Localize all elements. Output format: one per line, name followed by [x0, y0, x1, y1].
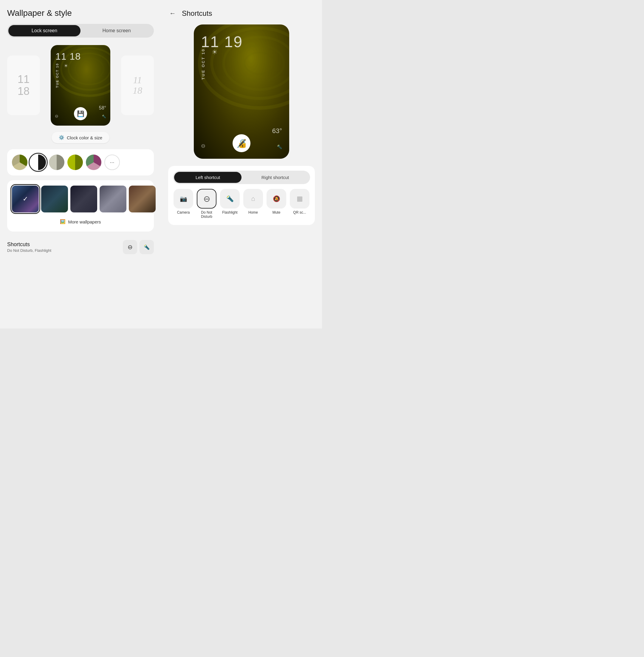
- shortcut-option-home[interactable]: ⌂ Home: [243, 189, 263, 219]
- home-shortcut-icon: ⌂: [243, 189, 263, 209]
- shortcut-option-mute[interactable]: 🔕 Mute: [266, 189, 287, 219]
- svg-point-8: [245, 52, 274, 74]
- qr-shortcut-icon: ▦: [290, 189, 309, 209]
- camera-shortcut-icon: 📷: [174, 189, 193, 209]
- gallery-icon: 🖼️: [60, 219, 66, 224]
- large-phone-shortcut-right: 🔦: [277, 145, 282, 149]
- tab-left-shortcut[interactable]: Left shortcut: [174, 172, 242, 183]
- shortcut-options-row: 📷 Camera ⊖ Do Not Disturb 🔦 Flashlight ⌂…: [173, 189, 310, 220]
- back-button[interactable]: ←: [168, 8, 177, 19]
- fingerprint-icon: 💾: [74, 107, 87, 120]
- shortcuts-section: Shortcuts Do Not Disturb, Flashlight ⊖ 🔦: [7, 238, 154, 257]
- flashlight-shortcut-icon: 🔦: [220, 189, 240, 209]
- more-wallpapers-button[interactable]: 🖼️ More wallpapers: [12, 217, 149, 226]
- flashlight-shortcut-label: Flashlight: [222, 210, 237, 215]
- wallpaper-thumb-5[interactable]: [129, 185, 156, 213]
- wallpaper-thumb-1[interactable]: ✓: [12, 185, 39, 213]
- wallpaper-thumb-row: ✓: [12, 185, 149, 213]
- clock-style-right[interactable]: 1118: [121, 56, 154, 115]
- tab-home-screen[interactable]: Home screen: [80, 25, 153, 37]
- selected-check-icon: ✓: [23, 195, 28, 203]
- camera-shortcut-label: Camera: [177, 210, 190, 215]
- clock-settings-label: Clock color & size: [67, 135, 102, 140]
- shortcut-selector-card: Left shortcut Right shortcut 📷 Camera ⊖ …: [168, 166, 315, 225]
- clock-style-left[interactable]: 1118: [7, 56, 40, 115]
- more-wallpapers-label: More wallpapers: [68, 219, 101, 224]
- tab-right-shortcut[interactable]: Right shortcut: [242, 172, 309, 183]
- lock-home-tab-row: Lock screen Home screen: [7, 24, 154, 38]
- tab-lock-screen[interactable]: Lock screen: [8, 25, 80, 37]
- large-phone-time: 11 19: [201, 33, 243, 51]
- shortcut-option-do-not-disturb[interactable]: ⊖ Do Not Disturb: [196, 189, 217, 219]
- large-phone-fingerprint-icon: 🔏: [233, 134, 250, 152]
- shortcuts-subtitle: Do Not Disturb, Flashlight: [7, 248, 51, 253]
- wallpaper-thumb-2[interactable]: [41, 185, 68, 213]
- swatch-3[interactable]: [49, 155, 64, 170]
- do-not-disturb-shortcut-label: Do Not Disturb: [196, 210, 217, 219]
- phone-mockup-main: 11 18 TUE OCT 10 ☀ 58° 💾 ⊖ 🔦: [51, 45, 110, 126]
- mute-shortcut-label: Mute: [273, 210, 280, 215]
- right-header: ← Shortcuts: [168, 8, 315, 19]
- large-phone-shortcut-left: ⊖: [201, 143, 205, 149]
- svg-point-7: [235, 45, 284, 81]
- wallpaper-preview-area: 1118 11 18 TUE OCT 10 ☀ 58° 💾 ⊖ 🔦: [7, 44, 154, 127]
- clock-color-size-button[interactable]: ⚙️ Clock color & size: [51, 132, 110, 143]
- shortcuts-text-area: Shortcuts Do Not Disturb, Flashlight: [7, 241, 51, 253]
- right-title: Shortcuts: [182, 9, 212, 18]
- phone-shortcut-left-icon: ⊖: [55, 114, 59, 118]
- wallpaper-thumbs-card: ✓ 🖼️ More wallpapers: [7, 180, 154, 232]
- wallpaper-thumb-4[interactable]: [99, 185, 127, 213]
- shortcuts-title: Shortcuts: [7, 241, 51, 248]
- gear-icon: ⚙️: [59, 135, 64, 140]
- large-phone-weather-icon: ☀: [212, 48, 217, 56]
- swatch-2[interactable]: [30, 155, 46, 170]
- swatch-5[interactable]: [86, 155, 101, 170]
- phone-wallpaper: 11 18 TUE OCT 10 ☀ 58° 💾 ⊖ 🔦: [51, 45, 110, 126]
- large-phone-temp: 63°: [272, 127, 282, 135]
- side-clock-right-text: 1118: [133, 75, 142, 96]
- mute-shortcut-icon: 🔕: [267, 189, 286, 209]
- shortcut-option-camera[interactable]: 📷 Camera: [173, 189, 194, 219]
- page-title: Wallpaper & style: [7, 8, 154, 18]
- right-panel: ← Shortcuts 11 19 TUE OCT 10 ☀ 63° 🔏 ⊖ 🔦: [161, 0, 322, 328]
- phone-time: 11 18: [55, 51, 81, 62]
- do-not-disturb-shortcut-icon: ⊖: [197, 189, 216, 209]
- flashlight-shortcut-button[interactable]: 🔦: [140, 240, 154, 254]
- shortcut-tab-row: Left shortcut Right shortcut: [173, 171, 310, 184]
- large-phone-wallpaper: 11 19 TUE OCT 10 ☀ 63° 🔏 ⊖ 🔦: [194, 24, 289, 159]
- shortcut-option-flashlight[interactable]: 🔦 Flashlight: [220, 189, 240, 219]
- phone-temp: 58°: [99, 105, 106, 111]
- shortcut-option-qr[interactable]: ▦ QR sc...: [289, 189, 310, 219]
- swatch-4[interactable]: [67, 155, 83, 170]
- left-panel: Wallpaper & style Lock screen Home scree…: [0, 0, 161, 328]
- more-swatches-button[interactable]: ···: [105, 155, 120, 170]
- qr-shortcut-label: QR sc...: [293, 210, 306, 215]
- large-phone-date: TUE OCT 10: [201, 48, 205, 80]
- large-phone-mockup: 11 19 TUE OCT 10 ☀ 63° 🔏 ⊖ 🔦: [194, 24, 289, 159]
- swatch-1[interactable]: [12, 155, 27, 170]
- wallpaper-thumb-3[interactable]: [70, 185, 97, 213]
- phone-date: TUE OCT 10: [55, 63, 59, 88]
- color-swatches-card: ···: [7, 149, 154, 175]
- side-clock-left-text: 1118: [18, 73, 29, 97]
- phone-shortcut-right-icon: 🔦: [102, 114, 106, 118]
- do-not-disturb-shortcut-button[interactable]: ⊖: [123, 240, 137, 254]
- shortcuts-icons-area: ⊖ 🔦: [123, 240, 154, 254]
- phone-weather-icon: ☀: [64, 63, 68, 69]
- home-shortcut-label: Home: [248, 210, 258, 215]
